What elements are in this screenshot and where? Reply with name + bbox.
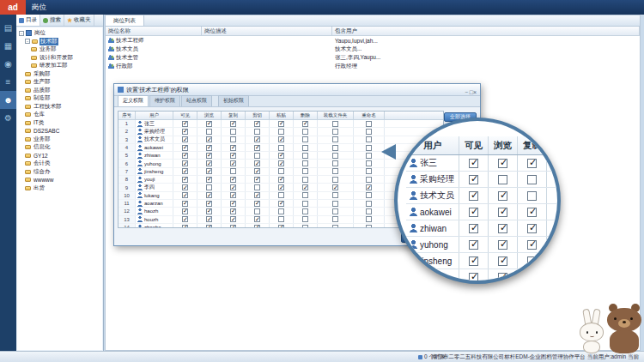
checkbox[interactable] xyxy=(206,192,212,198)
checkbox[interactable] xyxy=(182,216,188,222)
checkbox[interactable] xyxy=(332,121,338,127)
checkbox[interactable] xyxy=(230,121,236,127)
checkbox[interactable] xyxy=(366,225,372,229)
checkbox[interactable] xyxy=(254,216,260,222)
checkbox[interactable] xyxy=(254,129,260,135)
checkbox[interactable] xyxy=(230,160,236,166)
checkbox[interactable] xyxy=(302,216,308,222)
checkbox[interactable] xyxy=(182,184,188,190)
checkbox[interactable] xyxy=(230,184,236,190)
tree-item[interactable]: 研发加工部 xyxy=(17,62,102,70)
checkbox[interactable] xyxy=(254,208,260,214)
checkbox[interactable] xyxy=(182,121,188,127)
tree-item[interactable]: 业务部 xyxy=(17,136,102,144)
tree-item[interactable]: -岗位 xyxy=(17,29,102,38)
checkbox[interactable] xyxy=(366,121,372,127)
tree-item[interactable]: 品质部 xyxy=(17,87,102,95)
left-tab-3[interactable]: 收藏夹 xyxy=(64,15,94,26)
table-row[interactable]: 技术文员技术文员... xyxy=(106,45,640,53)
chart-icon[interactable]: ▤ xyxy=(0,19,16,37)
checkbox[interactable] xyxy=(302,121,308,127)
checkbox[interactable] xyxy=(278,208,284,214)
checkbox[interactable] xyxy=(366,208,372,214)
checkbox[interactable] xyxy=(332,177,338,183)
tree-item[interactable]: 生产部 xyxy=(17,78,102,87)
dialog-tab-1[interactable]: 定义权限 xyxy=(118,95,149,106)
checkbox[interactable] xyxy=(366,129,372,135)
checkbox[interactable] xyxy=(206,216,212,222)
checkbox[interactable] xyxy=(302,160,308,166)
left-tab-2[interactable]: 搜索 xyxy=(40,15,64,26)
checkbox[interactable] xyxy=(254,160,260,166)
checkbox[interactable] xyxy=(206,201,212,207)
checkbox[interactable] xyxy=(366,201,372,207)
image-icon[interactable]: ▦ xyxy=(0,37,16,55)
checkbox[interactable] xyxy=(278,168,284,174)
checkbox[interactable] xyxy=(182,168,188,174)
tree-item[interactable]: 设计和开发部 xyxy=(17,54,102,63)
checkbox[interactable] xyxy=(230,208,236,214)
tree-item[interactable]: 工程技术部 xyxy=(17,103,102,112)
checkbox[interactable] xyxy=(302,177,308,183)
checkbox[interactable] xyxy=(182,145,188,151)
checkbox[interactable] xyxy=(332,192,338,198)
checkbox[interactable] xyxy=(302,153,308,159)
checkbox[interactable] xyxy=(366,160,372,166)
checkbox[interactable] xyxy=(182,177,188,183)
checkbox[interactable] xyxy=(302,208,308,214)
checkbox[interactable] xyxy=(206,160,212,166)
checkbox[interactable] xyxy=(366,145,372,151)
checkbox[interactable] xyxy=(254,184,260,190)
checkbox[interactable] xyxy=(230,216,236,222)
checkbox[interactable] xyxy=(230,177,236,183)
checkbox[interactable] xyxy=(206,184,212,190)
checkbox[interactable] xyxy=(332,160,338,166)
checkbox[interactable] xyxy=(278,225,284,229)
checkbox[interactable] xyxy=(182,136,188,142)
tree-item[interactable]: IT类 xyxy=(17,119,102,128)
tree-item[interactable]: 仓库 xyxy=(17,111,102,119)
checkbox[interactable] xyxy=(254,201,260,207)
checkbox[interactable] xyxy=(182,192,188,198)
checkbox[interactable] xyxy=(366,216,372,222)
checkbox[interactable] xyxy=(230,225,236,229)
tree-item[interactable]: 综合办 xyxy=(17,168,102,177)
checkbox[interactable] xyxy=(332,208,338,214)
checkbox[interactable] xyxy=(278,145,284,151)
checkbox[interactable] xyxy=(230,145,236,151)
close-icon[interactable]: × xyxy=(473,89,477,95)
twisty-icon[interactable]: - xyxy=(19,31,24,36)
checkbox[interactable] xyxy=(302,145,308,151)
tree-item[interactable]: 会计类 xyxy=(17,160,102,168)
table-row[interactable]: 技术主管张三,李四,Yaupu... xyxy=(106,53,640,62)
users-icon[interactable]: ☻ xyxy=(0,91,16,109)
checkbox[interactable] xyxy=(302,225,308,229)
tree-item[interactable]: 信息化 xyxy=(17,143,102,152)
dialog-tab-3[interactable]: 站点权限 xyxy=(181,95,212,106)
checkbox[interactable] xyxy=(254,153,260,159)
checkbox[interactable] xyxy=(302,136,308,142)
table-row[interactable]: 技术工程师Yaupu,Iupvi,jah... xyxy=(106,36,640,45)
tree-item[interactable]: DS2SABC xyxy=(17,127,102,136)
checkbox[interactable] xyxy=(302,168,308,174)
checkbox[interactable] xyxy=(254,121,260,127)
dialog-title-bar[interactable]: 设置'技术工程师'的权限 －□× xyxy=(114,84,480,96)
checkbox[interactable] xyxy=(206,136,212,142)
dialog-tab-2[interactable]: 维护权限 xyxy=(149,95,180,106)
checkbox[interactable] xyxy=(254,225,260,229)
checkbox[interactable] xyxy=(278,192,284,198)
checkbox[interactable] xyxy=(302,201,308,207)
tree-item[interactable]: -技术部 xyxy=(17,38,102,46)
left-tab-1[interactable]: 目录 xyxy=(16,15,40,26)
checkbox[interactable] xyxy=(254,192,260,198)
checkbox[interactable] xyxy=(230,129,236,135)
checkbox[interactable] xyxy=(332,145,338,151)
checkbox[interactable] xyxy=(302,129,308,135)
twisty-icon[interactable]: - xyxy=(25,39,30,44)
checkbox[interactable] xyxy=(230,168,236,174)
checkbox[interactable] xyxy=(332,129,338,135)
checkbox[interactable] xyxy=(366,136,372,142)
checkbox[interactable] xyxy=(366,192,372,198)
checkbox[interactable] xyxy=(182,201,188,207)
checkbox[interactable] xyxy=(332,184,338,190)
